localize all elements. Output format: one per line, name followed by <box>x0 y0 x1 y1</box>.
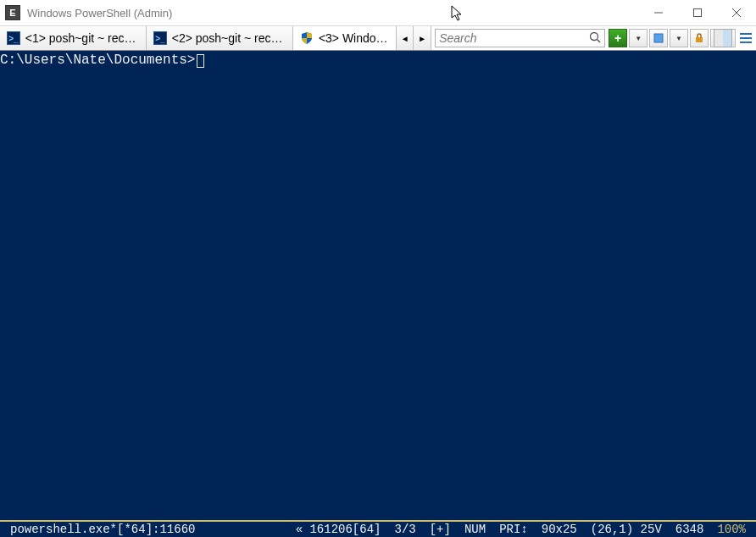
status-counter: 3/3 <box>387 523 422 536</box>
terminal-area[interactable]: C:\Users\Nate\Documents> <box>0 51 756 520</box>
action-dropdown[interactable]: ▼ <box>670 29 688 47</box>
minimize-button[interactable] <box>639 0 678 25</box>
window-title: Windows PowerShell (Admin) <box>27 7 172 19</box>
shield-icon <box>300 31 314 45</box>
hamburger-icon <box>740 29 752 47</box>
status-size: 90x25 <box>535 523 584 536</box>
tab-scroll-nav: ◄ ► <box>397 26 431 50</box>
window-controls <box>639 0 756 25</box>
action-button[interactable] <box>649 29 668 47</box>
tab-scroll-right-button[interactable]: ► <box>414 26 431 50</box>
split-icon <box>714 29 732 47</box>
tab-label: <1> posh~git ~ reca... <box>25 31 139 45</box>
powershell-icon: >_ <box>153 31 167 45</box>
new-tab-button[interactable]: + <box>609 29 627 47</box>
status-num: NUM <box>458 523 492 536</box>
search-input[interactable] <box>439 31 589 45</box>
status-bar: powershell.exe*[*64]:11660 « 161206[64] … <box>0 520 756 537</box>
tabbar: >_ <1> posh~git ~ reca... >_ <2> posh~gi… <box>0 25 756 51</box>
close-button[interactable] <box>717 0 756 25</box>
svg-rect-7 <box>696 37 703 42</box>
titlebar: E Windows PowerShell (Admin) <box>0 0 756 25</box>
new-tab-dropdown[interactable]: ▼ <box>629 29 648 47</box>
menu-button[interactable] <box>737 29 754 47</box>
status-build: « 161206[64] <box>289 523 388 536</box>
app-icon: E <box>5 5 20 20</box>
tab-2[interactable]: >_ <2> posh~git ~ reca... <box>147 26 293 50</box>
tab-scroll-left-button[interactable]: ◄ <box>397 26 414 50</box>
split-view-button[interactable] <box>710 29 736 47</box>
status-pos: (26,1) 25V <box>584 523 669 536</box>
search-container <box>431 26 609 50</box>
lock-button[interactable] <box>690 29 709 47</box>
tab-label: <3> Windows <box>319 31 389 45</box>
svg-point-4 <box>591 32 598 40</box>
search-box[interactable] <box>435 29 605 47</box>
tab-label: <2> posh~git ~ reca... <box>172 31 286 45</box>
search-icon[interactable] <box>589 31 601 46</box>
status-expand[interactable]: [+] <box>423 523 458 536</box>
toolbar-buttons: + ▼ ▼ <box>609 26 756 50</box>
svg-rect-6 <box>654 34 663 42</box>
prompt-text: C:\Users\Nate\Documents> <box>0 53 195 68</box>
text-cursor <box>197 54 204 68</box>
status-zoom[interactable]: 100% <box>710 523 753 536</box>
tab-1[interactable]: >_ <1> posh~git ~ reca... <box>0 26 147 50</box>
status-process: powershell.exe*[*64]:11660 <box>3 523 202 536</box>
maximize-button[interactable] <box>678 0 717 25</box>
tab-3-active[interactable]: <3> Windows <box>293 26 397 50</box>
status-mem: 6348 <box>669 523 711 536</box>
powershell-icon: >_ <box>7 31 20 45</box>
svg-line-5 <box>598 39 601 42</box>
status-pri: PRI↕ <box>492 523 535 536</box>
svg-rect-1 <box>694 9 702 17</box>
